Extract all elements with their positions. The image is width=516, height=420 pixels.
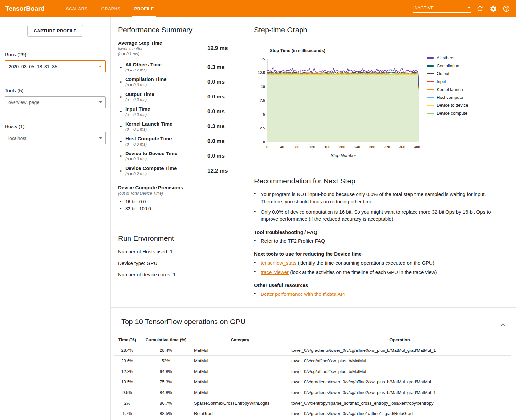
run-environment-line: Number of device cores: 1 [118,272,238,277]
perf-summary-item: • Device to Device Time (σ = 0.0 ms) 0.0… [118,151,238,161]
chart-legend: All others Compilation Outpu [427,55,468,158]
metric-label: Device to Device Time [125,151,206,156]
svg-text:200: 200 [339,145,345,149]
table-row: 28.4% 28.4% MatMul tower_0/v/gradients/t… [114,345,511,356]
hosts-label: Hosts (1) [5,124,106,129]
run-environment-line: Number of Hosts used: 1 [118,249,238,254]
cell-category: MatMul [191,366,289,377]
top-ops-title: Top 10 TensorFlow operations on GPU [121,318,511,326]
sidebar: CAPTURE PROFILE Runs (29) 2020_03_05_18_… [0,17,110,420]
bullet-icon: • [120,124,125,129]
metric-sigma: (σ = 0.0 ms) [125,83,206,87]
column-header-operation: Operation [289,335,511,345]
legend-item: Input [427,79,468,84]
metric-value: 12.9 ms [206,45,238,52]
legend-swatch-icon [427,105,434,106]
main-nav: SCALARS GRAPHS PROFILE [59,0,161,17]
legend-label: Kernel launch [437,87,463,92]
svg-text:40: 40 [280,145,284,149]
cell-cumulative: 86.7% [140,398,191,408]
perf-summary-list: • All Others Time (σ = 0.2 ms) 0.3 ms • [118,62,238,176]
main-content: Performance Summary Average Step Time lo… [110,17,516,420]
svg-text:120: 120 [309,145,315,149]
tab-profile[interactable]: PROFILE [128,0,161,17]
legend-label: Device to device [437,103,468,108]
metric-value: 0.0 ms [206,138,238,145]
legend-label: Output [437,71,449,76]
tab-graphs[interactable]: GRAPHS [95,0,128,17]
cell-operation: tower_0/v/xentropy/sparse_softmax_cross_… [289,398,511,408]
runs-dropdown[interactable]: 2020_03_05_18_31_35 [5,60,106,72]
runs-dropdown-value: 2020_03_05_18_31_35 [9,64,57,69]
tool-link[interactable]: trace_viewer [261,269,289,275]
metric-label: All Others Time [125,62,206,67]
recommendation-text: Your program is NOT input-bound because … [261,191,502,205]
capture-profile-button[interactable]: CAPTURE PROFILE [27,25,83,37]
bullet-icon: • [254,291,261,297]
refresh-button[interactable] [476,4,484,13]
help-button[interactable] [502,4,511,13]
hosts-dropdown-value: localhost [8,136,26,141]
recommendation-section: Recommendation for Next Step • Your prog… [245,167,516,307]
table-row: 10.5% 75.3% MatMul tower_0/v/gradients/t… [114,377,511,387]
chart-title: Step Time (in milliseconds) [270,48,423,53]
cell-operation: tower_0/v/gradients/tower_0/v/cg/affine0… [289,345,511,356]
metric-label: Kernel Launch Time [125,121,206,126]
cell-time: 23.6% [114,356,140,366]
hosts-dropdown[interactable]: localhost [5,132,106,144]
bullet-icon: • [254,209,261,223]
legend-swatch-icon [427,73,434,74]
app-header: TensorBoard SCALARS GRAPHS PROFILE INACT… [0,0,516,17]
precision-value: 16-bit: 0.0 [125,199,146,204]
metric-sigma: (σ = 0.2 ms) [125,68,206,72]
table-row: 1.7% 88.5% ReluGrad tower_0/v/gradients/… [114,408,511,419]
metric-label: Device Compute Time [125,165,206,171]
next-tools-heading: Next tools to use for reducing the Devic… [254,251,502,257]
metric-sigma: (σ = 0.0 ms) [125,142,206,147]
svg-text:10: 10 [261,85,265,89]
bullet-icon: • [120,168,125,174]
metric-label: Host Compute Time [125,136,206,141]
column-header-category: Category [191,335,289,345]
table-row: 23.6% 52% MatMul tower_0/v/cg/affine0/xw… [114,356,511,366]
resource-link[interactable]: Better performance with the tf.data API [261,291,346,297]
metric-note: lower is better [118,46,206,51]
reload-status-dropdown[interactable]: INACTIVE [413,5,471,13]
bullet-icon: • [120,138,125,144]
perf-summary-item: • Device Compute Time (σ = 0.2 ms) 12.2 … [118,165,238,176]
svg-text:2.5: 2.5 [260,126,265,130]
recommendation-bullet: • Your program is NOT input-bound becaus… [254,191,502,205]
bullet-icon: • [120,199,125,204]
top-ops-section: Top 10 TensorFlow operations on GPU Time… [111,307,516,420]
resource-link-row: • Better performance with the tf.data AP… [254,291,502,297]
legend-label: All others [437,55,454,60]
chevron-up-icon [500,323,505,327]
cell-operation: tower_0/v/gradients/AddN_1 [289,419,511,420]
collapse-section-button[interactable] [499,322,507,329]
cell-operation: tower_0/v/gradients/tower_0/v/cg/affine2… [289,387,511,398]
settings-button[interactable] [489,4,498,13]
cell-time: 9.5% [114,387,140,398]
svg-text:320: 320 [384,145,390,149]
legend-label: Compilation [437,63,459,68]
metric-sigma: (σ = 0.0 ms) [125,98,206,102]
tool-link-description: (look at the activities on the timeline … [289,269,437,275]
bullet-icon: • [120,94,125,99]
perf-summary-item: • Host Compute Time (σ = 0.0 ms) 0.0 ms [118,136,238,147]
refresh-icon [476,5,484,12]
precision-item: • 16-bit: 0.0 [120,199,238,204]
perf-summary-item: • All Others Time (σ = 0.2 ms) 0.3 ms [118,62,238,72]
tool-link[interactable]: tensorflow_stats [261,260,296,266]
legend-swatch-icon [427,113,434,114]
cell-cumulative: 88.5% [140,408,191,419]
metric-label: Average Step Time [118,40,206,46]
header-actions: INACTIVE [413,4,511,13]
bullet-icon: • [254,259,261,266]
cell-operation: tower_0/v/cg/affine2/xw_plus_b/MatMul [289,366,511,377]
tab-scalars[interactable]: SCALARS [59,0,95,17]
svg-text:240: 240 [354,145,360,149]
tools-dropdown[interactable]: overview_page [5,96,106,108]
svg-text:280: 280 [369,145,375,149]
precision-value: 32-bit: 100.0 [125,206,151,211]
legend-swatch-icon [427,97,434,98]
